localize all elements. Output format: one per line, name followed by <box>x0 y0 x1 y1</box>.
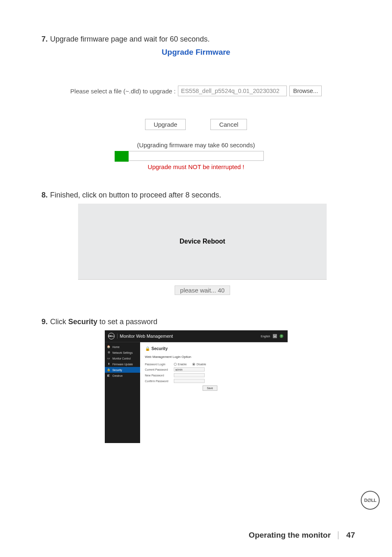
svg-text:D∅LL: D∅LL <box>364 498 376 503</box>
enable-radio[interactable]: Enable <box>174 363 187 366</box>
step-9-text-prefix: Click <box>50 318 68 326</box>
upgrade-button[interactable]: Upgrade <box>145 119 186 130</box>
current-password-row: Current Password <box>145 367 283 371</box>
interrupt-warning: Upgrade must NOT be interrupted ! <box>37 163 355 170</box>
confirm-password-row: Confirm Password <box>145 379 283 383</box>
please-wait-row: please wait... 40 <box>78 280 327 295</box>
password-login-radio-group: Enable Disable <box>174 363 206 366</box>
sidebar-item-crestron[interactable]: ◧ Crestron <box>105 373 140 378</box>
dell-logo-icon: D∅LL <box>361 491 380 510</box>
upgrade-duration-note: (Upgrading firmware may take 60 seconds) <box>37 142 355 149</box>
upload-icon: ⬆ <box>107 362 111 366</box>
password-login-row: Password Login Enable Disable <box>145 363 283 366</box>
sidebar-item-label: Monitor Control <box>113 357 131 360</box>
new-password-field[interactable] <box>174 373 205 377</box>
step-8: 8. Finished, click on button to proceed … <box>37 191 355 200</box>
password-login-label: Password Login <box>145 363 174 366</box>
security-title-text: Security <box>152 346 168 351</box>
dropdown-icon[interactable] <box>273 334 277 338</box>
step-9: 9. Click Security to set a password <box>37 318 355 326</box>
wm-header: DELL Monitor Web Management English ? <box>105 330 288 342</box>
save-row: Save <box>145 385 283 391</box>
security-screenshot: DELL Monitor Web Management English ? 🏠 … <box>105 330 288 443</box>
step-8-text: Finished, click on button to proceed aft… <box>50 191 221 200</box>
browse-button[interactable]: Browse... <box>289 86 321 96</box>
sidebar-item-label: Crestron <box>113 374 123 377</box>
sidebar-item-label: Security <box>113 369 122 371</box>
sidebar-item-label: Firmware Update <box>113 363 133 366</box>
wm-header-title: Monitor Web Management <box>117 334 173 339</box>
sidebar-item-label: Home <box>113 346 120 348</box>
wm-header-left: DELL Monitor Web Management <box>108 333 173 339</box>
current-password-field[interactable] <box>174 367 205 371</box>
footer-page-number: 47 <box>346 531 355 540</box>
step-7-number: 7. <box>37 35 50 44</box>
footer-section-title: Operating the monitor <box>249 531 331 540</box>
page-footer: Operating the monitor │ 47 <box>249 531 355 540</box>
progress-bar <box>128 151 264 161</box>
disable-radio[interactable]: Disable <box>192 363 206 366</box>
progress-fill <box>115 151 129 162</box>
step-9-text-bold: Security <box>68 318 97 326</box>
new-password-label: New Password <box>145 374 174 377</box>
device-reboot-panel: Device Reboot please wait... 40 <box>78 204 327 295</box>
sidebar-item-network-settings[interactable]: ⚙ Network Settings <box>105 350 140 355</box>
step-9-number: 9. <box>37 318 50 326</box>
wm-main: 🔒 Security Web Management Login Option P… <box>140 342 288 443</box>
wm-sidebar: 🏠 Home ⚙ Network Settings ▭ Monitor Cont… <box>105 342 140 443</box>
sidebar-item-label: Network Settings <box>113 351 133 354</box>
footer-divider: │ <box>337 531 341 539</box>
wm-language-label[interactable]: English <box>261 335 270 338</box>
sidebar-item-home[interactable]: 🏠 Home <box>105 344 140 350</box>
step-9-text: Click Security to set a password <box>50 318 157 326</box>
dell-corner-logo: D∅LL <box>361 491 380 510</box>
settings-icon: ⚙ <box>107 351 111 354</box>
new-password-row: New Password <box>145 373 283 377</box>
upgrade-button-row: Upgrade Cancel <box>37 119 355 130</box>
disable-radio-label: Disable <box>196 363 206 366</box>
lock-icon: 🔒 <box>107 368 111 371</box>
device-reboot-title: Device Reboot <box>180 238 225 245</box>
step-7: 7. Upgrade firmware page and wait for 60… <box>37 35 355 44</box>
file-select-row: Please select a file (~.dld) to upgrade … <box>37 86 355 96</box>
enable-radio-label: Enable <box>178 363 187 366</box>
lock-icon: 🔒 <box>145 346 150 351</box>
please-wait-button[interactable]: please wait... 40 <box>175 285 230 295</box>
upgrade-firmware-panel: Upgrade Firmware Please select a file (~… <box>37 48 355 170</box>
monitor-icon: ▭ <box>107 357 111 360</box>
wm-body: 🏠 Home ⚙ Network Settings ▭ Monitor Cont… <box>105 342 288 443</box>
step-8-number: 8. <box>37 191 50 200</box>
file-name-field[interactable]: ES558_dell_p5524q_0.01_20230302 <box>178 86 287 96</box>
file-select-label: Please select a file (~.dld) to upgrade … <box>70 88 175 95</box>
crestron-icon: ◧ <box>107 374 111 377</box>
confirm-password-label: Confirm Password <box>145 380 174 383</box>
save-button[interactable]: Save <box>203 385 218 391</box>
svg-rect-0 <box>273 334 277 338</box>
upgrade-firmware-title: Upgrade Firmware <box>37 48 355 57</box>
sidebar-item-firmware-update[interactable]: ⬆ Firmware Update <box>105 361 140 367</box>
confirm-password-field[interactable] <box>174 379 205 383</box>
help-icon[interactable]: ? <box>279 334 284 338</box>
dell-logo-icon: DELL <box>108 333 115 339</box>
radio-icon <box>174 363 177 366</box>
current-password-label: Current Password <box>145 368 174 371</box>
step-9-text-suffix: to set a password <box>97 318 157 326</box>
cancel-button[interactable]: Cancel <box>210 119 247 130</box>
security-subtitle: Web Management Login Option <box>145 355 283 359</box>
sidebar-item-security[interactable]: 🔒 Security <box>105 367 140 373</box>
device-reboot-area: Device Reboot <box>78 204 327 280</box>
svg-text:?: ? <box>281 335 282 338</box>
sidebar-item-monitor-control[interactable]: ▭ Monitor Control <box>105 355 140 361</box>
wm-header-right: English ? <box>261 334 284 338</box>
radio-icon <box>192 363 195 366</box>
progress-row <box>37 151 355 161</box>
step-7-text: Upgrade firmware page and wait for 60 se… <box>50 35 210 44</box>
security-panel-title: 🔒 Security <box>145 346 283 351</box>
home-icon: 🏠 <box>107 345 111 348</box>
